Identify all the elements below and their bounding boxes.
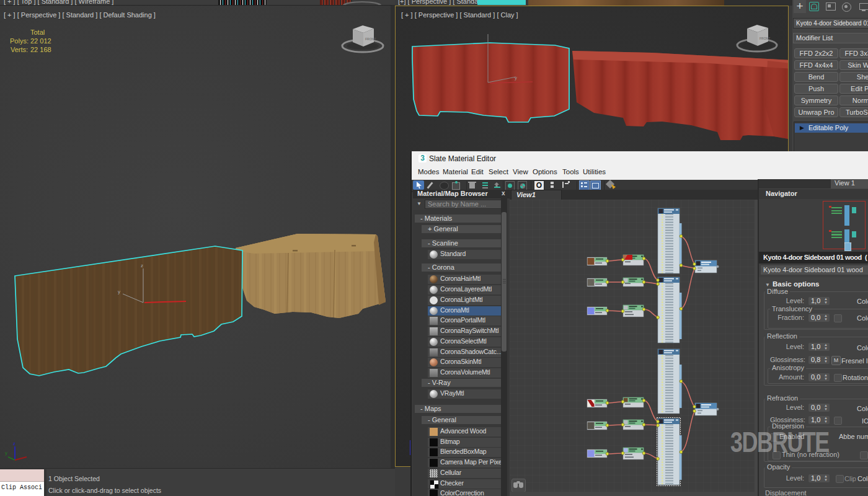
svg-text:FRONT: FRONT [760, 37, 770, 40]
svg-text:y: y [515, 75, 517, 81]
svg-text:z: z [13, 441, 16, 446]
svg-text:FRONT: FRONT [365, 37, 376, 41]
svg-text:z: z [141, 263, 143, 268]
svg-text:y: y [5, 450, 7, 456]
svg-text:y: y [118, 289, 120, 294]
